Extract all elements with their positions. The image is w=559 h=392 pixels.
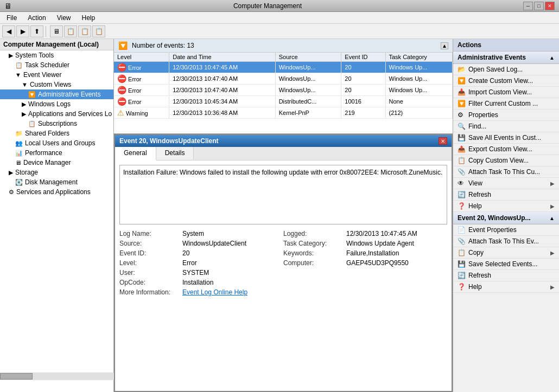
tab-details[interactable]: Details	[156, 147, 194, 160]
action-copy-event[interactable]: 📋 Copy ▶	[453, 247, 559, 259]
copy-event-arrow: ▶	[550, 250, 555, 256]
close-button[interactable]: ✕	[545, 2, 555, 10]
tree-device-manager[interactable]: 🖥 Device Manager	[0, 158, 113, 168]
action-refresh-event[interactable]: 🔄 Refresh	[453, 270, 559, 281]
help-admin-icon: ❓	[458, 202, 466, 210]
col-taskcategory[interactable]: Task Category	[385, 53, 453, 62]
tree-system-tools[interactable]: ▶ System Tools	[0, 50, 113, 60]
minimize-button[interactable]: ─	[523, 2, 533, 10]
tree-performance[interactable]: 📊 Performance	[0, 148, 113, 158]
toolbar-btn4[interactable]: 📋	[92, 25, 105, 37]
toolbar-btn3[interactable]: 📋	[78, 25, 91, 37]
center-panel: 🔽 Number of events: 13 ▲ Level Date and …	[114, 39, 453, 392]
action-event-properties[interactable]: 📄 Event Properties	[453, 224, 559, 236]
action-view[interactable]: 👁 View ▶	[453, 178, 559, 189]
action-filter-current-custom[interactable]: 🔽 Filter Current Custom ...	[453, 98, 559, 110]
meta-eventid: Event ID: 20	[119, 249, 283, 257]
tree-windows-logs[interactable]: ▶ Windows Logs	[0, 99, 113, 109]
col-eventid[interactable]: Event ID	[341, 53, 385, 62]
action-save-all-events[interactable]: 💾 Save All Events in Cust...	[453, 132, 559, 144]
event-table-container[interactable]: Level Date and Time Source Event ID Task…	[114, 53, 453, 133]
tree-disk-management[interactable]: 💽 Disk Management	[0, 177, 113, 187]
action-refresh-admin[interactable]: 🔄 Refresh	[453, 189, 559, 201]
left-panel: Computer Management (Local) ▶ System Too…	[0, 39, 114, 392]
event-properties-icon: 📄	[458, 226, 466, 234]
meta-col-left: Log Name: System Source: WindowsUpdateCl…	[119, 230, 283, 296]
error-icon: ⛔	[117, 86, 126, 94]
action-import-custom-view[interactable]: 📥 Import Custom View...	[453, 87, 559, 98]
action-help-admin[interactable]: ❓ Help ▶	[453, 201, 559, 212]
menu-view[interactable]: View	[53, 13, 75, 23]
title-bar-controls: ─ □ ✕	[523, 2, 555, 10]
action-properties[interactable]: ⚙ Properties	[453, 110, 559, 121]
help-event-icon: ❓	[458, 283, 466, 291]
meta-user: User: SYSTEM	[119, 269, 283, 277]
actions-section-admin-events[interactable]: Administrative Events ▲	[453, 52, 559, 64]
services-apps-icon: ⚙	[9, 189, 14, 196]
tree-storage[interactable]: ▶ Storage	[0, 168, 113, 177]
disk-mgmt-icon: 💽	[15, 179, 23, 186]
row4-taskcategory: None	[385, 96, 453, 107]
toolbar-btn2[interactable]: 📋	[64, 25, 77, 37]
tab-general[interactable]: General	[115, 147, 156, 160]
table-row[interactable]: ⛔ Error 12/30/2013 10:47:40 AM WindowsUp…	[114, 73, 453, 85]
tree-shared-folders[interactable]: 📁 Shared Folders	[0, 128, 113, 138]
refresh-admin-icon: 🔄	[458, 191, 466, 198]
event-detail-close-button[interactable]: ✕	[439, 137, 447, 145]
tree-services-apps[interactable]: ⚙ Services and Applications	[0, 187, 113, 197]
action-save-selected-events[interactable]: 💾 Save Selected Events...	[453, 259, 559, 270]
tree-event-viewer[interactable]: ▼ Event Viewer	[0, 70, 113, 80]
tree-local-users[interactable]: 👥 Local Users and Groups	[0, 138, 113, 148]
task-scheduler-icon: 📋	[15, 62, 23, 69]
toolbar-up[interactable]: ⬆	[30, 25, 43, 37]
tree-custom-views[interactable]: ▼ Custom Views	[0, 80, 113, 89]
menu-file[interactable]: File	[2, 13, 21, 23]
event-message-box: Installation Failure: Windows failed to …	[119, 165, 447, 224]
performance-icon: 📊	[15, 150, 23, 157]
action-find[interactable]: 🔍 Find...	[453, 121, 559, 132]
tree-task-scheduler[interactable]: 📋 Task Scheduler	[0, 60, 113, 70]
action-export-custom-view[interactable]: 📤 Export Custom View...	[453, 144, 559, 155]
action-help-event[interactable]: ❓ Help ▶	[453, 281, 559, 293]
row2-datetime: 12/30/2013 10:47:40 AM	[169, 73, 275, 85]
row1-source: WindowsUp...	[275, 62, 341, 73]
actions-section-event20[interactable]: Event 20, WindowsUp... ▲	[453, 212, 559, 224]
menu-help[interactable]: Help	[78, 13, 100, 23]
action-attach-task-custom[interactable]: 📎 Attach Task To This Cu...	[453, 166, 559, 178]
event-detail-title-bar: Event 20, WindowsUpdateClient ✕	[115, 135, 452, 147]
collapse-arrow-1: ▲	[549, 55, 555, 61]
table-row[interactable]: ⚠ Warning 12/30/2013 10:36:48 AM Kernel-…	[114, 107, 453, 119]
action-open-saved-log[interactable]: 📂 Open Saved Log...	[453, 64, 559, 75]
table-row[interactable]: ⛔ Error 12/30/2013 10:47:45 AM WindowsUp…	[114, 62, 453, 73]
toolbar-back[interactable]: ◀	[2, 25, 15, 37]
maximize-button[interactable]: □	[534, 2, 544, 10]
toolbar-forward[interactable]: ▶	[16, 25, 29, 37]
tree-app-services-logs[interactable]: ▶ Applications and Services Lo	[0, 109, 113, 119]
system-tools-icon: ▶	[9, 52, 13, 59]
table-row[interactable]: ⛔ Error 12/30/2013 10:47:40 AM WindowsUp…	[114, 85, 453, 96]
toolbar: ◀ ▶ ⬆ 🖥 📋 📋 📋	[0, 24, 559, 39]
action-create-custom-view[interactable]: 🔽 Create Custom View...	[453, 75, 559, 87]
tree-subscriptions[interactable]: 📋 Subscriptions	[0, 119, 113, 128]
meta-opcode: OpCode: Installation	[119, 279, 283, 286]
export-custom-icon: 📤	[458, 145, 466, 153]
col-datetime[interactable]: Date and Time	[169, 53, 275, 62]
action-attach-task-event[interactable]: 📎 Attach Task To This Ev...	[453, 236, 559, 247]
tree-admin-events[interactable]: 🔽 Administrative Events	[0, 89, 113, 99]
toolbar-btn1[interactable]: 🖥	[50, 25, 63, 37]
col-level[interactable]: Level	[114, 53, 169, 62]
table-row[interactable]: ⛔ Error 12/30/2013 10:45:34 AM Distribut…	[114, 96, 453, 107]
event-log-online-help-link[interactable]: Event Log Online Help	[182, 288, 247, 296]
row4-eventid: 10016	[341, 96, 385, 107]
col-source[interactable]: Source	[275, 53, 341, 62]
event-list-area: 🔽 Number of events: 13 ▲ Level Date and …	[114, 39, 453, 134]
custom-views-icon: ▼	[22, 81, 28, 88]
row5-taskcategory: (212)	[385, 107, 453, 119]
row3-level: ⛔ Error	[114, 85, 169, 96]
menu-action[interactable]: Action	[23, 13, 50, 23]
actions-header: Actions	[453, 39, 559, 52]
left-scrollbar[interactable]	[0, 372, 114, 380]
find-icon: 🔍	[458, 123, 466, 130]
list-scroll-up[interactable]: ▲	[441, 42, 448, 49]
action-copy-custom-view[interactable]: 📋 Copy Custom View...	[453, 155, 559, 166]
